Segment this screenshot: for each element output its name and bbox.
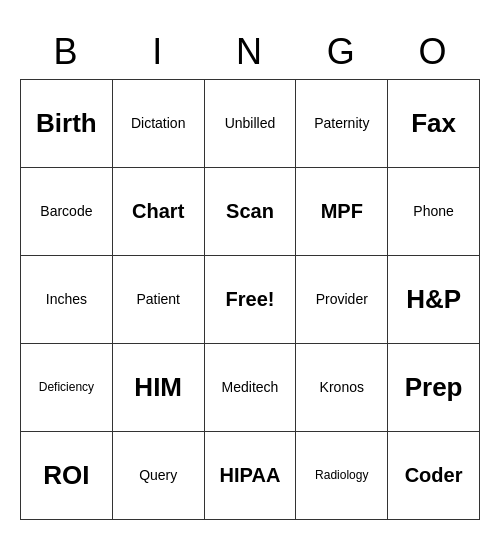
bingo-cell-0-3: Paternity [296, 79, 388, 167]
header-letter-G: G [296, 25, 388, 80]
bingo-cell-1-1: Chart [112, 167, 204, 255]
bingo-cell-1-2: Scan [204, 167, 296, 255]
bingo-row-2: InchesPatientFree!ProviderH&P [21, 255, 480, 343]
bingo-cell-3-4: Prep [388, 343, 480, 431]
header-letter-N: N [204, 25, 296, 80]
bingo-cell-3-3: Kronos [296, 343, 388, 431]
bingo-cell-1-0: Barcode [21, 167, 113, 255]
bingo-row-3: DeficiencyHIMMeditechKronosPrep [21, 343, 480, 431]
bingo-cell-1-3: MPF [296, 167, 388, 255]
bingo-cell-4-1: Query [112, 431, 204, 519]
bingo-cell-4-0: ROI [21, 431, 113, 519]
bingo-row-1: BarcodeChartScanMPFPhone [21, 167, 480, 255]
header-letter-B: B [21, 25, 113, 80]
header-row: BINGO [21, 25, 480, 80]
bingo-cell-2-3: Provider [296, 255, 388, 343]
bingo-cell-3-0: Deficiency [21, 343, 113, 431]
bingo-cell-4-3: Radiology [296, 431, 388, 519]
bingo-cell-1-4: Phone [388, 167, 480, 255]
bingo-cell-0-1: Dictation [112, 79, 204, 167]
bingo-cell-0-0: Birth [21, 79, 113, 167]
bingo-card: BINGO BirthDictationUnbilledPaternityFax… [20, 25, 480, 520]
bingo-row-0: BirthDictationUnbilledPaternityFax [21, 79, 480, 167]
bingo-cell-4-2: HIPAA [204, 431, 296, 519]
bingo-cell-4-4: Coder [388, 431, 480, 519]
bingo-cell-2-1: Patient [112, 255, 204, 343]
bingo-cell-2-4: H&P [388, 255, 480, 343]
bingo-cell-3-2: Meditech [204, 343, 296, 431]
bingo-cell-3-1: HIM [112, 343, 204, 431]
bingo-cell-0-4: Fax [388, 79, 480, 167]
bingo-cell-2-0: Inches [21, 255, 113, 343]
bingo-cell-0-2: Unbilled [204, 79, 296, 167]
bingo-cell-2-2: Free! [204, 255, 296, 343]
header-letter-I: I [112, 25, 204, 80]
bingo-row-4: ROIQueryHIPAARadiologyCoder [21, 431, 480, 519]
header-letter-O: O [388, 25, 480, 80]
